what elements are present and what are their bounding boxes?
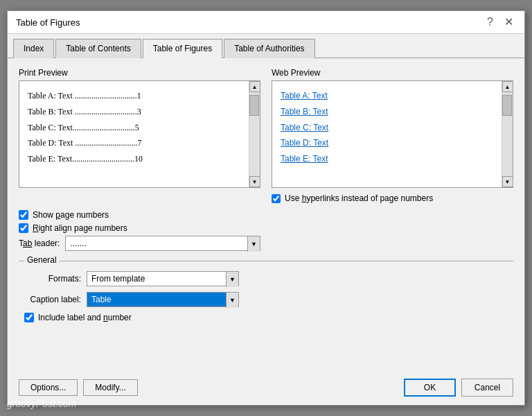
cancel-button[interactable]: Cancel	[461, 379, 513, 397]
web-scroll-thumb	[502, 95, 512, 116]
tab-bar: Index Table of Contents Table of Figures…	[8, 34, 524, 58]
print-preview-box: Table A: Text ..........................…	[19, 80, 260, 188]
hyperlinks-label: Use hyperlinks instead of page numbers	[285, 193, 433, 203]
scroll-up-arrow[interactable]: ▲	[249, 81, 260, 92]
close-button[interactable]: ✕	[502, 17, 516, 28]
scroll-track[interactable]	[249, 92, 260, 176]
tab-index[interactable]: Index	[13, 39, 54, 58]
right-align-label: Right align page numbers	[33, 223, 127, 233]
dialog-title: Table of Figures	[16, 17, 80, 28]
tab-toa[interactable]: Table of Authorities	[224, 39, 314, 58]
web-line-5[interactable]: Table E: Text	[281, 151, 493, 167]
tab-leader-dropdown-wrapper[interactable]: ....... ▼	[65, 236, 260, 251]
caption-dropdown-wrapper[interactable]: Table ▼	[87, 292, 239, 307]
print-preview-section: Print Preview Table A: Text ............…	[19, 68, 260, 203]
print-line-5: Table E: Text...........................…	[28, 151, 240, 167]
dialog-body: Print Preview Table A: Text ............…	[8, 58, 524, 373]
options-row: Show page numbers Right align page numbe…	[19, 210, 513, 251]
formats-label: Formats:	[19, 274, 81, 284]
hyperlinks-checkbox-row: Use hyperlinks instead of page numbers	[272, 193, 513, 203]
web-preview-section: Web Preview Table A: Text Table B: Text …	[272, 68, 513, 203]
include-label-checkbox[interactable]	[24, 313, 34, 322]
left-options: Show page numbers Right align page numbe…	[19, 210, 260, 251]
web-line-3[interactable]: Table C: Text	[281, 120, 493, 136]
general-group: General Formats: From template ▼ Caption…	[19, 261, 513, 322]
scroll-thumb	[249, 95, 259, 116]
formats-value: From template	[87, 272, 226, 286]
title-bar: Table of Figures ? ✕	[8, 11, 524, 34]
options-button[interactable]: Options...	[19, 379, 78, 396]
include-label-label: Include label and number	[38, 313, 132, 322]
formats-dropdown-wrapper[interactable]: From template ▼	[87, 271, 239, 286]
caption-dropdown-arrow[interactable]: ▼	[226, 293, 238, 308]
include-label-row: Include label and number	[24, 313, 513, 322]
web-line-4[interactable]: Table D: Text	[281, 135, 493, 151]
hyperlinks-checkbox[interactable]	[272, 194, 281, 203]
ok-button[interactable]: OK	[404, 379, 456, 397]
show-page-numbers-row: Show page numbers	[19, 210, 260, 220]
web-line-1[interactable]: Table A: Text	[281, 88, 493, 104]
dialog: Table of Figures ? ✕ Index Table of Cont…	[7, 10, 525, 406]
print-line-2: Table B: Text ..........................…	[28, 104, 240, 120]
web-line-2[interactable]: Table B: Text	[281, 104, 493, 120]
caption-label-row: Caption label: Table ▼	[19, 292, 513, 307]
tab-toc[interactable]: Table of Contents	[55, 39, 141, 58]
tab-tof[interactable]: Table of Figures	[143, 39, 222, 58]
print-line-3: Table C: Text...........................…	[28, 120, 240, 136]
show-page-numbers-label: Show page numbers	[33, 210, 109, 220]
tab-leader-row: Tab leader: ....... ▼	[19, 236, 260, 251]
formats-row: Formats: From template ▼	[19, 271, 513, 286]
preview-row: Print Preview Table A: Text ............…	[19, 68, 513, 203]
checkboxes-section: Show page numbers Right align page numbe…	[19, 210, 260, 233]
formats-control: From template ▼	[87, 271, 239, 286]
tab-leader-label: Tab leader:	[19, 239, 60, 248]
print-preview-label: Print Preview	[19, 68, 260, 78]
formats-dropdown-arrow[interactable]: ▼	[226, 272, 238, 287]
right-align-checkbox[interactable]	[19, 223, 28, 233]
bottom-right-btns: OK Cancel	[404, 379, 513, 397]
print-preview-content: Table A: Text ..........................…	[19, 81, 249, 187]
watermark: groovyPost.com	[7, 398, 76, 409]
right-spacer	[272, 210, 513, 251]
web-scroll-down-arrow[interactable]: ▼	[502, 176, 513, 187]
tab-leader-value: .......	[66, 236, 247, 250]
web-scroll-track[interactable]	[502, 92, 513, 176]
caption-label-label: Caption label:	[19, 295, 81, 304]
general-title: General	[24, 255, 60, 265]
scroll-down-arrow[interactable]: ▼	[249, 176, 260, 187]
caption-label-value: Table	[87, 293, 226, 306]
print-preview-scrollbar: ▲ ▼	[249, 81, 260, 187]
help-button[interactable]: ?	[484, 17, 496, 28]
general-content: Formats: From template ▼ Caption label: …	[19, 271, 513, 322]
modify-button[interactable]: Modify...	[83, 379, 137, 396]
tab-leader-dropdown-arrow[interactable]: ▼	[247, 236, 260, 252]
print-line-4: Table D: Text ..........................…	[28, 135, 240, 151]
web-preview-scrollbar: ▲ ▼	[502, 81, 513, 187]
web-preview-box: Table A: Text Table B: Text Table C: Tex…	[272, 80, 513, 188]
web-preview-label: Web Preview	[272, 68, 513, 78]
show-page-numbers-checkbox[interactable]	[19, 210, 28, 220]
web-preview-content: Table A: Text Table B: Text Table C: Tex…	[272, 81, 502, 187]
bottom-buttons: Options... Modify... OK Cancel	[8, 373, 524, 405]
web-scroll-up-arrow[interactable]: ▲	[502, 81, 513, 92]
right-align-row: Right align page numbers	[19, 223, 260, 233]
caption-label-control: Table ▼	[87, 292, 239, 307]
title-bar-controls: ? ✕	[484, 17, 516, 28]
print-line-1: Table A: Text ..........................…	[28, 88, 240, 104]
bottom-left-btns: Options... Modify...	[19, 379, 138, 396]
